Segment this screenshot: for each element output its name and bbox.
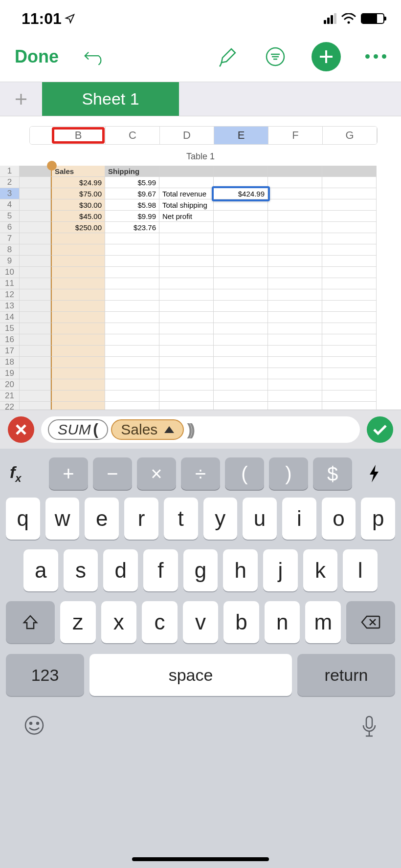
letter-key[interactable]: e	[85, 498, 119, 540]
cell[interactable]	[322, 267, 377, 278]
column-header-C[interactable]: C	[106, 127, 160, 144]
cell[interactable]	[214, 177, 268, 188]
cell[interactable]	[159, 267, 214, 278]
cell[interactable]	[268, 391, 322, 402]
letter-key[interactable]: z	[60, 601, 96, 643]
cell[interactable]: $75.00	[51, 188, 105, 199]
cell[interactable]	[159, 278, 214, 289]
letter-key[interactable]: u	[243, 498, 277, 540]
letter-key[interactable]: g	[183, 549, 218, 591]
cell[interactable]	[20, 301, 51, 312]
cell[interactable]	[20, 278, 51, 289]
column-header-G[interactable]: G	[323, 127, 377, 144]
cell[interactable]	[268, 301, 322, 312]
letter-key[interactable]: m	[305, 601, 341, 643]
delete-key[interactable]	[346, 601, 395, 643]
row-header[interactable]: 10	[0, 267, 20, 278]
cell[interactable]: $250.00	[51, 222, 105, 233]
cell[interactable]	[20, 267, 51, 278]
row-header[interactable]: 16	[0, 334, 20, 346]
cell[interactable]	[20, 177, 51, 188]
cell[interactable]	[105, 323, 159, 334]
letter-key[interactable]: a	[23, 549, 58, 591]
cell[interactable]	[159, 379, 214, 391]
cell[interactable]	[268, 199, 322, 211]
cell[interactable]: $5.99	[105, 177, 159, 188]
cell[interactable]	[322, 323, 377, 334]
cell[interactable]	[105, 357, 159, 368]
operator-key[interactable]: )	[269, 457, 308, 490]
cell[interactable]	[214, 334, 268, 346]
cell[interactable]	[322, 312, 377, 323]
letter-key[interactable]: p	[361, 498, 395, 540]
column-header-B[interactable]: B	[51, 127, 106, 144]
cell[interactable]	[214, 244, 268, 256]
cell[interactable]	[268, 312, 322, 323]
operator-key[interactable]: +	[49, 457, 88, 490]
cell[interactable]	[268, 357, 322, 368]
cell[interactable]	[214, 391, 268, 402]
cell[interactable]	[268, 278, 322, 289]
cell[interactable]	[268, 346, 322, 357]
letter-key[interactable]: b	[223, 601, 259, 643]
sheet-tab-active[interactable]: Sheet 1	[42, 82, 179, 116]
cell[interactable]	[20, 199, 51, 211]
cell[interactable]	[268, 188, 322, 199]
row-header[interactable]: 17	[0, 346, 20, 357]
row-header[interactable]: 7	[0, 233, 20, 244]
cell[interactable]: $24.99	[51, 177, 105, 188]
column-header-E[interactable]: E	[214, 127, 268, 144]
row-header[interactable]: 2	[0, 177, 20, 188]
cell[interactable]	[20, 244, 51, 256]
cell[interactable]	[20, 346, 51, 357]
spreadsheet-table[interactable]: Table 1 12345678910111213141516171819202…	[0, 145, 401, 413]
operator-key[interactable]: $	[313, 457, 352, 490]
row-header[interactable]: 19	[0, 368, 20, 379]
letter-key[interactable]: n	[265, 601, 300, 643]
cell[interactable]	[20, 211, 51, 222]
cell[interactable]	[20, 368, 51, 379]
return-key[interactable]: return	[297, 654, 395, 696]
cell[interactable]	[105, 267, 159, 278]
cell[interactable]	[214, 346, 268, 357]
cell[interactable]	[159, 233, 214, 244]
formula-function-pill[interactable]: SUM(	[48, 419, 108, 440]
cell[interactable]	[268, 334, 322, 346]
cell[interactable]	[105, 278, 159, 289]
cell[interactable]	[20, 379, 51, 391]
cell[interactable]	[322, 278, 377, 289]
cell[interactable]	[159, 357, 214, 368]
cell[interactable]	[322, 368, 377, 379]
cell[interactable]	[159, 301, 214, 312]
cell[interactable]	[322, 357, 377, 368]
add-button[interactable]	[312, 42, 341, 71]
letter-key[interactable]: l	[343, 549, 378, 591]
cell[interactable]	[268, 177, 322, 188]
cell[interactable]	[20, 357, 51, 368]
emoji-button[interactable]	[23, 715, 45, 736]
numeric-key[interactable]: 123	[6, 654, 84, 696]
cell[interactable]	[214, 379, 268, 391]
fx-button[interactable]: fx	[10, 463, 44, 485]
cell[interactable]	[214, 267, 268, 278]
cell[interactable]	[20, 222, 51, 233]
cell[interactable]	[268, 289, 322, 301]
cell[interactable]	[322, 301, 377, 312]
cell[interactable]	[20, 188, 51, 199]
letter-key[interactable]: j	[263, 549, 298, 591]
cell[interactable]	[268, 222, 322, 233]
cell[interactable]	[268, 256, 322, 267]
letter-key[interactable]: k	[303, 549, 338, 591]
cell[interactable]	[51, 289, 105, 301]
letter-key[interactable]: d	[103, 549, 138, 591]
cell[interactable]	[268, 323, 322, 334]
undo-button[interactable]	[83, 45, 107, 68]
cell[interactable]	[214, 323, 268, 334]
row-header[interactable]: 5	[0, 211, 20, 222]
formula-input[interactable]: SUM( Sales ))	[41, 416, 360, 443]
cell[interactable]	[322, 244, 377, 256]
cell[interactable]: $424.99	[214, 188, 268, 199]
letter-key[interactable]: o	[322, 498, 356, 540]
row-header[interactable]: 21	[0, 391, 20, 402]
cell[interactable]	[105, 233, 159, 244]
